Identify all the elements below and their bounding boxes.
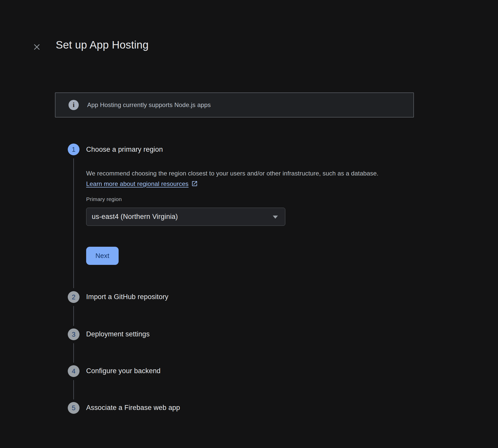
chevron-down-icon — [273, 216, 278, 219]
step-4-indicator: 4 — [68, 365, 80, 377]
learn-more-link-text: Learn more about regional resources — [86, 180, 189, 187]
step-2-title: Import a GitHub repository — [86, 293, 168, 301]
primary-region-label: Primary region — [86, 196, 122, 202]
close-icon — [32, 43, 41, 51]
primary-region-select[interactable]: us-east4 (Northern Virginia) — [86, 208, 285, 226]
step-3-title: Deployment settings — [86, 330, 150, 338]
page-title: Set up App Hosting — [56, 39, 149, 51]
description-text: We recommend choosing the region closest… — [86, 170, 378, 177]
step-5-indicator: 5 — [68, 402, 80, 414]
step-1-title: Choose a primary region — [86, 146, 163, 154]
step-3-indicator: 3 — [68, 328, 80, 340]
close-button[interactable] — [31, 41, 42, 53]
step-1-description: We recommend choosing the region closest… — [86, 168, 394, 189]
step-connector — [73, 306, 74, 326]
primary-region-selected-value: us-east4 (Northern Virginia) — [92, 213, 178, 221]
step-connector — [73, 380, 74, 399]
info-icon: i — [69, 100, 79, 110]
step-2-indicator: 2 — [68, 291, 80, 303]
step-1-indicator: 1 — [68, 144, 80, 155]
step-connector — [73, 158, 74, 288]
next-button[interactable]: Next — [86, 247, 119, 265]
learn-more-link[interactable]: Learn more about regional resources — [86, 180, 198, 187]
info-banner: i App Hosting currently supports Node.js… — [55, 92, 414, 117]
info-banner-text: App Hosting currently supports Node.js a… — [87, 101, 211, 109]
step-5-title: Associate a Firebase web app — [86, 404, 180, 412]
step-connector — [73, 343, 74, 363]
external-link-icon — [189, 180, 198, 187]
step-4-title: Configure your backend — [86, 367, 161, 375]
setup-app-hosting-dialog: Set up App Hosting i App Hosting current… — [0, 0, 498, 448]
